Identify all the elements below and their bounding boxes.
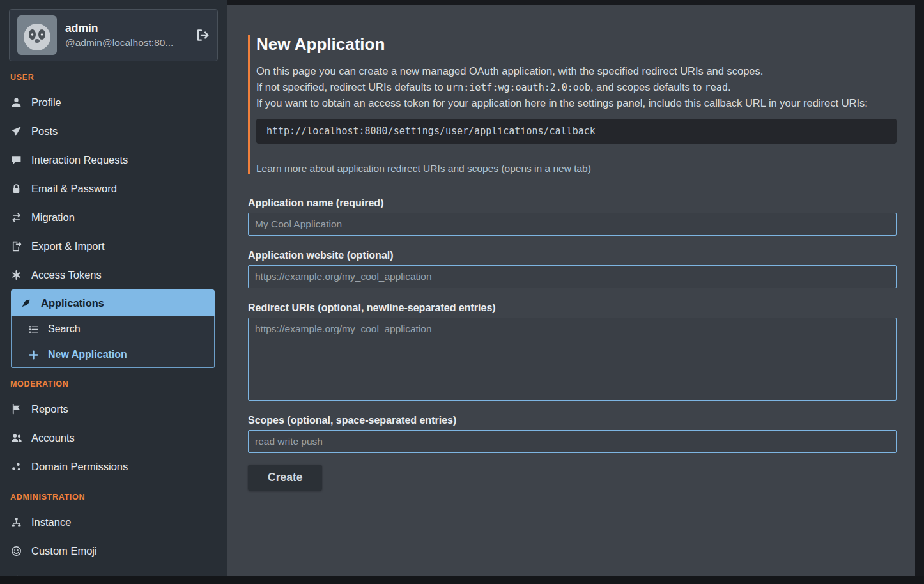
nav-label: Profile xyxy=(31,96,61,109)
nav-label: Domain Permissions xyxy=(31,461,128,473)
nav-label: Instance xyxy=(31,516,71,528)
sidebar-item-applications[interactable]: Applications xyxy=(11,289,215,316)
sidebar-item-reports[interactable]: Reports xyxy=(0,395,227,424)
application-name-group: Application name (required) xyxy=(248,197,897,236)
nav-label: Custom Emoji xyxy=(31,545,97,557)
sidebar-item-email-password[interactable]: Email & Password xyxy=(0,174,227,203)
sidebar-heading-user: USER xyxy=(10,73,217,82)
list-icon xyxy=(27,324,40,335)
user-icon xyxy=(10,97,22,108)
flag-icon xyxy=(10,404,22,415)
file-export-icon xyxy=(10,241,22,252)
main-panel: New Application On this page you can cre… xyxy=(227,5,915,576)
user-handle: @admin@localhost:80... xyxy=(65,37,173,49)
sidebar-item-interaction-requests[interactable]: Interaction Requests xyxy=(0,146,227,174)
learn-more-link[interactable]: Learn more about application redirect UR… xyxy=(256,163,591,174)
application-name-label: Application name (required) xyxy=(248,197,897,209)
redirect-uris-label: Redirect URIs (optional, newline-separat… xyxy=(248,302,897,314)
application-website-label: Application website (optional) xyxy=(248,250,897,261)
sidebar-item-domain-permissions[interactable]: Domain Permissions xyxy=(0,452,227,481)
nav-label: Accounts xyxy=(31,432,75,444)
redirect-uris-group: Redirect URIs (optional, newline-separat… xyxy=(248,302,897,401)
intro-line1: On this page you can create a new manage… xyxy=(256,63,897,79)
callback-url-code[interactable]: http://localhost:8080/settings/user/appl… xyxy=(256,119,897,144)
intro-block: New Application On this page you can cre… xyxy=(248,35,897,174)
sloth-avatar xyxy=(17,15,57,55)
lock-icon xyxy=(10,183,22,194)
inline-code-read: read xyxy=(705,82,728,93)
feather-icon xyxy=(20,298,32,309)
create-button[interactable]: Create xyxy=(248,465,322,491)
nav-label: Applications xyxy=(41,297,104,309)
asterisk-icon xyxy=(10,270,22,280)
sidebar-subitem-new-application[interactable]: New Application xyxy=(12,342,214,367)
dots-icon xyxy=(10,461,22,472)
page-title: New Application xyxy=(256,35,897,54)
plus-icon xyxy=(27,350,40,360)
applications-group: Applications Search New Application xyxy=(11,289,215,368)
sidebar-item-migration[interactable]: Migration xyxy=(0,203,227,232)
application-name-input[interactable] xyxy=(248,213,897,236)
sitemap-icon xyxy=(10,517,22,528)
comment-icon xyxy=(10,155,22,165)
sidebar-item-export-import[interactable]: Export & Import xyxy=(0,232,227,261)
applications-submenu: Search New Application xyxy=(11,316,215,368)
application-website-input[interactable] xyxy=(248,265,897,288)
nav-label: Reports xyxy=(31,403,68,415)
nav-label: Posts xyxy=(31,125,58,137)
sidebar-item-profile[interactable]: Profile xyxy=(0,88,227,117)
sidebar-heading-administration: ADMINISTRATION xyxy=(10,493,217,502)
sidebar-item-access-tokens[interactable]: Access Tokens xyxy=(0,261,227,289)
sidebar-item-accounts[interactable]: Accounts xyxy=(0,424,227,452)
nav-label: New Application xyxy=(48,349,127,360)
intro-line2-suffix: . xyxy=(728,81,731,93)
smiley-icon xyxy=(10,546,22,557)
user-meta: admin @admin@localhost:80... xyxy=(65,22,173,49)
user-card[interactable]: admin @admin@localhost:80... xyxy=(9,9,218,61)
sidebar-item-instance[interactable]: Instance xyxy=(0,508,227,537)
new-application-form: Application name (required) Application … xyxy=(248,197,897,491)
sidebar-item-posts[interactable]: Posts xyxy=(0,117,227,146)
nav-label: Access Tokens xyxy=(31,269,102,281)
scopes-input[interactable] xyxy=(248,430,897,453)
nav-label: Migration xyxy=(31,211,75,224)
paper-plane-icon xyxy=(10,126,22,137)
nav-label: Interaction Requests xyxy=(31,154,128,166)
scopes-group: Scopes (optional, space-separated entrie… xyxy=(248,415,897,453)
user-name: admin xyxy=(65,22,173,35)
nav-label: Email & Password xyxy=(31,183,117,195)
nav-label: Export & Import xyxy=(31,240,105,252)
inline-code-oob: urn:ietf:wg:oauth:2.0:oob xyxy=(446,82,590,93)
users-icon xyxy=(10,433,22,443)
nav-label: Search xyxy=(48,323,81,335)
intro-line3: If you want to obtain an access token fo… xyxy=(256,95,897,111)
intro-line2-prefix: If not specified, redirect URIs defaults… xyxy=(256,81,446,93)
sidebar-heading-moderation: MODERATION xyxy=(10,380,217,388)
sidebar-subitem-search[interactable]: Search xyxy=(12,316,214,342)
avatar xyxy=(17,15,57,55)
application-website-group: Application website (optional) xyxy=(248,250,897,288)
intro-line2-mid: , and scopes defaults to xyxy=(590,81,705,93)
logout-icon[interactable] xyxy=(196,28,210,42)
sidebar: admin @admin@localhost:80... USER Profil… xyxy=(0,0,227,576)
horizontal-scrollbar[interactable] xyxy=(0,576,924,584)
sidebar-item-actions[interactable]: Actions xyxy=(0,565,227,576)
arrows-left-right-icon xyxy=(10,212,22,223)
sidebar-item-custom-emoji[interactable]: Custom Emoji xyxy=(0,537,227,565)
scopes-label: Scopes (optional, space-separated entrie… xyxy=(248,415,897,426)
redirect-uris-textarea[interactable] xyxy=(248,318,897,401)
intro-line2: If not specified, redirect URIs defaults… xyxy=(256,79,897,96)
